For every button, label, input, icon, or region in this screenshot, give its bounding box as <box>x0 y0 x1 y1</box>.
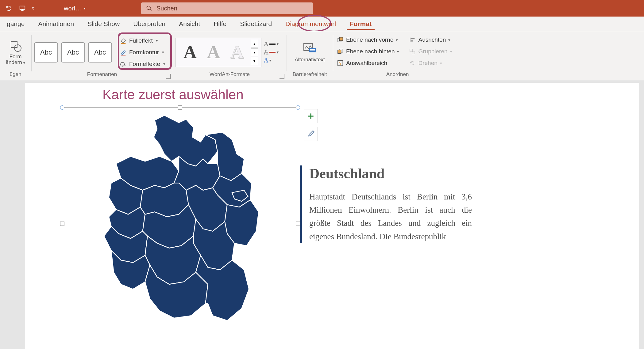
slide-paragraph: Hauptstadt Deutschlands ist Berlin mit 3… <box>309 190 472 243</box>
document-title[interactable]: worl… ▾ <box>64 5 86 12</box>
chart-float-buttons <box>304 109 318 141</box>
svg-rect-18 <box>411 38 415 40</box>
shape-fill-button[interactable]: Fülleffekt▾ <box>118 36 167 46</box>
selected-chart-object[interactable] <box>62 107 298 340</box>
align-icon <box>409 36 416 43</box>
shapes-icon <box>9 39 22 53</box>
title-bar: worl… ▾ Suchen <box>0 0 644 17</box>
group-access-label: Barrierefreiheit <box>287 71 333 80</box>
qat-dropdown[interactable] <box>30 2 36 14</box>
slide[interactable]: Karte zuerst auswählen <box>25 83 639 349</box>
search-placeholder: Suchen <box>156 5 177 12</box>
chevron-down-icon: ▾ <box>163 62 165 66</box>
svg-rect-0 <box>20 6 25 9</box>
shape-style-gallery[interactable]: Abc Abc Abc <box>34 42 112 63</box>
shape-outline-button[interactable]: Formkontur▾ <box>118 47 167 57</box>
chart-elements-button[interactable] <box>304 109 318 123</box>
resize-handle-tc[interactable] <box>178 105 182 110</box>
wordart-style-1[interactable]: A <box>179 40 201 65</box>
bring-forward-label: Ebene nach vorne <box>346 36 393 43</box>
text-style-buttons: A▾ A▾ A▾ <box>264 40 279 64</box>
alt-text-button[interactable]: Alternativtext <box>297 42 323 63</box>
chevron-down-icon: ▾ <box>156 38 158 43</box>
effects-icon <box>120 61 127 67</box>
tab-view[interactable]: Ansicht <box>172 17 207 31</box>
undo-button[interactable] <box>3 2 15 14</box>
scroll-down-button[interactable]: ▾ <box>251 48 258 56</box>
group-shape-styles: Abc Abc Abc Fülleffekt▾ Formkontur▾ Form… <box>32 31 173 80</box>
svg-rect-5 <box>121 55 126 55</box>
qat <box>3 2 36 14</box>
shape-fill-label: Fülleffekt <box>129 37 153 44</box>
align-button[interactable]: Ausrichten▾ <box>408 35 453 45</box>
send-backward-button[interactable]: Ebene nach hinten▾ <box>336 47 400 56</box>
chart-styles-button[interactable] <box>304 127 318 141</box>
tab-format[interactable]: Format <box>343 17 378 31</box>
group-icon <box>409 48 416 55</box>
text-outline-button[interactable]: A▾ <box>264 49 279 56</box>
shape-effects-label: Formeffekte <box>129 61 160 67</box>
bring-forward-icon <box>337 36 344 43</box>
document-name: worl… <box>64 5 81 12</box>
resize-handle-mr[interactable] <box>296 222 300 226</box>
wordart-style-2[interactable]: A <box>202 40 225 65</box>
shape-style-1[interactable]: Abc <box>34 42 58 63</box>
tab-slideshow[interactable]: Slide Show <box>81 17 126 31</box>
dialog-launcher[interactable] <box>280 74 284 79</box>
send-backward-icon <box>337 48 344 55</box>
gallery-expand-button[interactable]: ▾ <box>251 57 258 65</box>
change-shape-button[interactable]: Form ändern ▾ <box>3 39 29 65</box>
alt-text-label: Alternativtext <box>295 57 325 63</box>
annotation-text: Karte zuerst auswählen <box>102 87 244 102</box>
wordart-style-3[interactable]: A <box>226 40 248 65</box>
tab-transitions[interactable]: gänge <box>0 17 31 31</box>
send-backward-label: Ebene nach hinten <box>346 48 395 55</box>
scroll-up-button[interactable]: ▴ <box>251 40 258 48</box>
resize-handle-tr[interactable] <box>296 105 300 110</box>
text-content-block: Deutschland Hauptstadt Deutschlands ist … <box>300 165 472 243</box>
selection-pane-label: Auswahlbereich <box>346 60 387 66</box>
tab-chartdesign[interactable]: Diagrammentwurf <box>279 17 343 31</box>
text-effects-button[interactable]: A▾ <box>264 57 279 64</box>
group-wordart: A A A ▴ ▾ ▾ A▾ A▾ A▾ WordArt-Formate <box>173 31 287 80</box>
tab-slidelizard[interactable]: SlideLizard <box>233 17 279 31</box>
svg-point-7 <box>122 64 126 66</box>
slideshow-button[interactable] <box>17 2 28 14</box>
tab-animations[interactable]: Animationen <box>31 17 81 31</box>
svg-rect-4 <box>121 43 126 44</box>
search-box[interactable]: Suchen <box>141 2 313 14</box>
selection-pane-icon <box>337 60 344 66</box>
alt-text-icon <box>303 42 317 55</box>
wordart-gallery[interactable]: A A A ▴ ▾ ▾ <box>175 38 261 67</box>
svg-rect-2 <box>11 41 17 47</box>
pen-icon <box>120 49 127 56</box>
germany-map[interactable] <box>75 111 283 337</box>
resize-handle-tl[interactable] <box>60 105 64 110</box>
gallery-scroll: ▴ ▾ ▾ <box>251 40 258 65</box>
accent-bar <box>300 165 302 243</box>
shape-style-3[interactable]: Abc <box>88 42 112 63</box>
dialog-launcher[interactable] <box>166 74 171 79</box>
svg-point-1 <box>147 6 151 10</box>
selection-pane-button[interactable]: Auswahlbereich <box>336 58 400 68</box>
svg-rect-15 <box>338 50 341 53</box>
slide-canvas-area: Karte zuerst auswählen <box>0 80 644 349</box>
plus-icon <box>307 112 315 120</box>
group-accessibility: Alternativtext Barrierefreiheit <box>287 31 333 80</box>
tab-review[interactable]: Überprüfen <box>126 17 172 31</box>
text-fill-button[interactable]: A▾ <box>264 40 279 47</box>
svg-point-3 <box>14 45 21 51</box>
resize-handle-ml[interactable] <box>60 222 64 226</box>
group-wordart-label: WordArt-Formate <box>173 71 286 80</box>
shape-outline-label: Formkontur <box>129 49 159 56</box>
shape-style-2[interactable]: Abc <box>61 42 85 63</box>
bring-forward-button[interactable]: Ebene nach vorne▾ <box>336 35 400 45</box>
svg-rect-19 <box>411 40 413 42</box>
rotate-button: Drehen▾ <box>408 58 453 68</box>
svg-rect-13 <box>339 37 343 41</box>
shape-effects-button[interactable]: Formeffekte▾ <box>118 59 167 69</box>
chevron-down-icon: ▾ <box>162 50 164 55</box>
tab-help[interactable]: Hilfe <box>207 17 233 31</box>
change-shape-label: Form ändern <box>6 54 22 65</box>
align-label: Ausrichten <box>418 36 446 43</box>
